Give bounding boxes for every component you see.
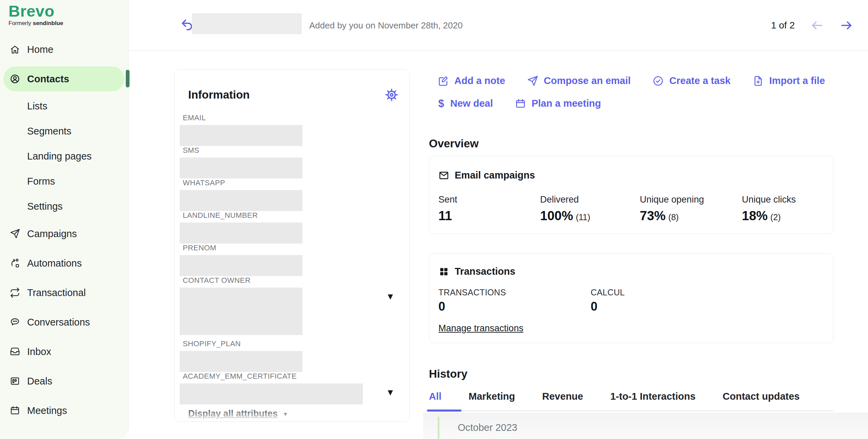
- sidebar-item-forms[interactable]: Forms: [0, 169, 129, 194]
- field-label: ACADEMY_EMM_CERTIFICATE: [183, 372, 409, 381]
- create-task-button[interactable]: Create a task: [652, 75, 731, 87]
- arrow-right-icon: [840, 19, 853, 32]
- sidebar-item-label: Lists: [27, 101, 47, 112]
- sidebar-item-label: Contacts: [27, 73, 69, 84]
- paper-plane-icon: [9, 228, 20, 239]
- calendar-icon: [9, 405, 20, 416]
- sidebar-item-label: Deals: [27, 375, 52, 386]
- history-title: History: [429, 368, 468, 380]
- sidebar-item-landing-pages[interactable]: Landing pages: [0, 144, 129, 169]
- sidebar-item-deals[interactable]: Deals: [0, 366, 129, 396]
- chevron-down-icon[interactable]: ▼: [388, 388, 393, 396]
- sidebar-item-campaigns[interactable]: Campaigns: [0, 219, 129, 248]
- sidebar-item-segments[interactable]: Segments: [0, 119, 129, 144]
- arrow-left-icon: [810, 19, 824, 32]
- quick-actions-row-1: Add a note Compose an email Create a tas…: [437, 69, 825, 92]
- gear-icon: [384, 88, 399, 102]
- add-note-button[interactable]: Add a note: [437, 75, 505, 87]
- history-tabs: All Marketing Revenue 1-to-1 Interaction…: [429, 391, 833, 411]
- sidebar-item-lists[interactable]: Lists: [0, 93, 129, 119]
- redacted-value[interactable]: [180, 383, 363, 404]
- field-contact-owner: CONTACT OWNER ▼: [175, 276, 409, 335]
- plan-meeting-button[interactable]: Plan a meeting: [515, 98, 601, 109]
- action-label: Add a note: [454, 75, 505, 86]
- redacted-value[interactable]: [180, 158, 302, 179]
- email-stats: Sent 11 Delivered 100%(11) Unique openin…: [438, 194, 796, 225]
- redacted-value[interactable]: [180, 223, 302, 244]
- active-item-indicator: [126, 70, 130, 87]
- sidebar-item-label: Meetings: [27, 405, 67, 416]
- action-label: Compose an email: [544, 75, 631, 86]
- metric-transactions: TRANSACTIONS 0: [438, 288, 591, 313]
- history-timeline: October 2023: [423, 413, 868, 439]
- sidebar-item-home[interactable]: Home: [0, 35, 129, 64]
- sidebar-item-label: Segments: [27, 126, 72, 137]
- action-label: Import a file: [769, 75, 825, 86]
- tab-contact-updates[interactable]: Contact updates: [723, 391, 800, 402]
- previous-contact-button[interactable]: [810, 19, 824, 32]
- sidebar-item-meetings[interactable]: Meetings: [0, 396, 129, 425]
- home-icon: [9, 44, 20, 55]
- grid-icon: [438, 266, 449, 277]
- overview-title: Overview: [429, 137, 479, 150]
- information-panel: Information EMAIL SMS WHATSAPP LANDLINE_…: [174, 69, 410, 422]
- check-circle-icon: [652, 75, 664, 87]
- new-deal-button[interactable]: $ New deal: [437, 98, 493, 110]
- tab-marketing[interactable]: Marketing: [469, 391, 515, 402]
- chat-icon: [9, 317, 20, 328]
- next-contact-button[interactable]: [840, 19, 853, 32]
- display-all-attributes-link[interactable]: Display all attributes ▾: [188, 409, 287, 419]
- redacted-value[interactable]: [180, 255, 302, 276]
- chevron-down-icon[interactable]: ▼: [388, 292, 393, 300]
- manage-transactions-link[interactable]: Manage transactions: [438, 323, 524, 334]
- paper-plane-icon: [527, 75, 538, 87]
- redacted-value[interactable]: [180, 351, 302, 372]
- field-email: EMAIL: [175, 113, 409, 146]
- tab-all[interactable]: All: [429, 391, 441, 402]
- sidebar-nav: Home Contacts Lists Segments Landing pag…: [0, 35, 129, 425]
- action-label: Plan a meeting: [532, 98, 601, 109]
- quick-actions: Add a note Compose an email Create a tas…: [437, 69, 825, 115]
- tab-revenue[interactable]: Revenue: [542, 391, 583, 402]
- field-whatsapp: WHATSAPP: [175, 179, 409, 211]
- field-label: WHATSAPP: [183, 179, 409, 187]
- action-label: New deal: [450, 98, 493, 109]
- attributes-settings-button[interactable]: [384, 88, 399, 102]
- sidebar-item-transactional[interactable]: Transactional: [0, 278, 129, 307]
- added-by-text: Added by you on November 28th, 2020: [309, 0, 462, 51]
- email-campaigns-card: Email campaigns Sent 11 Delivered 100%(1…: [429, 156, 833, 234]
- pager-count: 1 of 2: [771, 20, 795, 31]
- automation-icon: [9, 258, 20, 269]
- attribute-fields: EMAIL SMS WHATSAPP LANDLINE_NUMBER PRENO…: [175, 113, 409, 419]
- field-shopify-plan: SHOPIFY_PLAN: [175, 339, 409, 372]
- contact-pager: 1 of 2: [771, 0, 853, 51]
- field-sms: SMS: [175, 146, 409, 179]
- sidebar-item-label: Campaigns: [27, 228, 77, 239]
- brevo-logo[interactable]: Brevo Formerly sendinblue: [8, 3, 63, 27]
- redacted-value[interactable]: [180, 288, 302, 335]
- compose-email-button[interactable]: Compose an email: [527, 75, 631, 87]
- sidebar-item-conversations[interactable]: Conversations: [0, 307, 129, 337]
- sidebar-item-settings[interactable]: Settings: [0, 194, 129, 219]
- field-label: SHOPIFY_PLAN: [183, 339, 409, 348]
- import-file-button[interactable]: Import a file: [752, 75, 825, 87]
- action-label: Create a task: [669, 75, 731, 86]
- stat-unique-clicks: Unique clicks 18%(2): [742, 194, 796, 225]
- topbar: Added by you on November 28th, 2020 1 of…: [129, 0, 868, 51]
- timeline-line: [438, 417, 439, 439]
- sidebar-item-automations[interactable]: Automations: [0, 248, 129, 278]
- transactions-header: Transactions: [438, 266, 515, 277]
- information-title: Information: [188, 88, 250, 101]
- stat-sent: Sent 11: [438, 194, 540, 225]
- quick-actions-row-2: $ New deal Plan a meeting: [437, 92, 825, 115]
- sidebar-item-inbox[interactable]: Inbox: [0, 337, 129, 366]
- sidebar-item-contacts[interactable]: Contacts: [0, 64, 129, 93]
- timeline-month-header: October 2023: [458, 422, 517, 433]
- sidebar-item-label: Home: [27, 44, 53, 55]
- field-label: PRENOM: [183, 244, 409, 252]
- tab-1-to-1-interactions[interactable]: 1-to-1 Interactions: [610, 391, 695, 402]
- redacted-value[interactable]: [180, 125, 302, 146]
- redacted-value[interactable]: [180, 190, 302, 211]
- inbox-icon: [9, 346, 20, 357]
- metric-calcul: CALCUL 0: [591, 288, 625, 313]
